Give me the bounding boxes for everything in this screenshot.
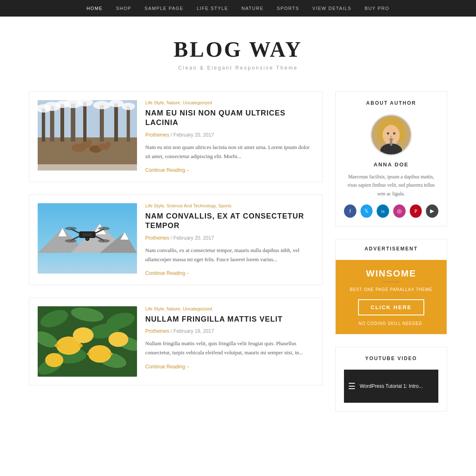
article-categories: Life Style, Science And Technology, Spor… (145, 203, 314, 208)
author-avatar (370, 114, 412, 156)
svg-rect-2 (42, 108, 45, 142)
social-icons-group: f 𝕏 in ◎ P ▶ (344, 204, 438, 218)
svg-point-59 (108, 332, 128, 347)
nav-item-nature[interactable]: NATURE (235, 6, 270, 11)
svg-rect-24 (38, 164, 137, 171)
instagram-icon[interactable]: ◎ (393, 204, 406, 218)
pinterest-icon[interactable]: P (410, 204, 422, 218)
author-link[interactable]: Prothemes (145, 235, 169, 241)
svg-point-71 (393, 132, 396, 135)
advertisement-section: ADVERTISEMENT WINSOME BEST ONE PAGE PARA… (335, 239, 447, 334)
svg-rect-8 (114, 103, 118, 142)
svg-point-17 (122, 103, 135, 110)
svg-point-63 (87, 353, 90, 355)
continue-reading-link[interactable]: Continue Reading→ (145, 167, 190, 173)
category-link[interactable]: Uncategorized (183, 100, 212, 105)
article-card: Life Style, Nature, Uncategorized NAM EU… (29, 91, 323, 182)
author-link[interactable]: Prothemes (145, 328, 169, 334)
article-card: Life Style, Nature, Uncategorized NULLAM… (29, 298, 323, 385)
youtube-video-title: WordPress Tutorial 1: Intro... (360, 383, 423, 389)
ad-tagline: BEST ONE PAGE PARALLAX THEME (344, 286, 438, 293)
article-byline: Prothemes / February 20, 2017 (145, 235, 314, 241)
svg-point-41 (98, 239, 110, 243)
content-wrapper: Life Style, Nature, Uncategorized NAM EU… (21, 83, 455, 432)
advertisement-title: ADVERTISEMENT (342, 246, 440, 252)
play-icon: ☰ (348, 381, 356, 391)
svg-point-72 (390, 136, 392, 137)
svg-point-39 (98, 227, 110, 230)
ad-divider (383, 281, 399, 282)
svg-point-20 (86, 140, 92, 146)
ad-click-here-button[interactable]: CLICK HERE (358, 299, 424, 315)
author-bio: Maecenas facilisis, ipsum a dapibus matt… (344, 173, 438, 198)
svg-rect-4 (60, 104, 64, 142)
svg-rect-5 (71, 103, 75, 142)
continue-reading-link[interactable]: Continue Reading→ (145, 364, 190, 370)
site-header: BLOG WAY Clean & Elegant Responsive Them… (0, 17, 476, 83)
main-content: Life Style, Nature, Uncategorized NAM EU… (29, 91, 323, 424)
article-title[interactable]: NAM CONVALLIS, EX AT CONSECTETUR TEMPOR (145, 212, 314, 231)
nav-item-home[interactable]: HOME (80, 6, 109, 11)
category-link[interactable]: Life Style (145, 100, 164, 105)
svg-rect-74 (390, 138, 392, 146)
author-link[interactable]: Prothemes (145, 132, 169, 138)
advertisement-box: WINSOME BEST ONE PAGE PARALLAX THEME CLI… (336, 260, 447, 334)
svg-point-43 (86, 238, 89, 240)
twitter-icon[interactable]: 𝕏 (361, 204, 373, 218)
svg-point-70 (387, 132, 389, 135)
article-card: Life Style, Science And Technology, Spor… (29, 195, 323, 285)
nav-item-sports[interactable]: SPORTS (270, 6, 306, 11)
article-categories: Life Style, Nature, Uncategorized (145, 100, 314, 105)
svg-point-38 (65, 227, 77, 230)
svg-rect-3 (50, 106, 54, 142)
article-content: Life Style, Nature, Uncategorized NAM EU… (145, 100, 314, 173)
article-title[interactable]: NULLAM FRINGILLA MATTIS VELIT (145, 315, 314, 324)
nav-item-life-style[interactable]: LIFE STYLE (190, 6, 235, 11)
svg-rect-7 (100, 105, 104, 142)
svg-point-58 (73, 327, 94, 343)
article-image-drone (38, 203, 137, 274)
svg-point-60 (45, 353, 63, 367)
ad-note: NO CODING SKILL NEEDED. (344, 321, 438, 326)
article-title[interactable]: NAM EU NISI NON QUAM ULTRICES LACINIA (145, 108, 314, 128)
category-link[interactable]: Nature (166, 306, 180, 311)
sidebar: ABOUT AUTHOR (335, 91, 447, 424)
svg-rect-9 (127, 106, 130, 142)
category-link[interactable]: Uncategorized (183, 306, 212, 311)
article-content: Life Style, Nature, Uncategorized NULLAM… (145, 306, 314, 377)
nav-item-view-details[interactable]: VIEW DETAILS (306, 6, 358, 11)
article-date: February 20, 2017 (173, 235, 214, 241)
article-categories: Life Style, Nature, Uncategorized (145, 306, 314, 311)
facebook-icon[interactable]: f (344, 204, 356, 218)
nav-item-buy-pro[interactable]: BUY PRO (358, 6, 396, 11)
nav-item-sample-page[interactable]: SAMPLE PAGE (138, 6, 190, 11)
category-link[interactable]: Sports (218, 203, 231, 208)
category-link[interactable]: Life Style (145, 203, 164, 208)
svg-rect-33 (82, 233, 92, 236)
linkedin-icon[interactable]: in (377, 204, 389, 218)
article-image-lemon (38, 306, 137, 377)
category-link[interactable]: Science And Technology (166, 203, 216, 208)
continue-reading-link[interactable]: Continue Reading→ (145, 270, 190, 276)
svg-rect-6 (83, 102, 87, 142)
author-name: ANNA DOE (344, 161, 438, 168)
svg-point-40 (65, 239, 77, 243)
about-author-title: ABOUT AUTHOR (344, 100, 438, 106)
category-link[interactable]: Life Style (145, 306, 164, 311)
article-excerpt: Nullam fringilla mattis velit, quis frin… (145, 339, 314, 357)
article-byline: Prothemes / February 18, 2017 (145, 328, 314, 334)
site-title: BLOG WAY (8, 37, 468, 62)
svg-point-61 (55, 344, 59, 347)
article-excerpt: Nam eu nisi non quam ultrices lacinia no… (145, 143, 314, 161)
svg-point-57 (89, 346, 111, 362)
youtube-thumbnail[interactable]: ☰ WordPress Tutorial 1: Intro... (344, 370, 438, 403)
svg-point-62 (79, 344, 83, 347)
category-link[interactable]: Nature (166, 100, 180, 105)
article-excerpt: Nam convallis, ex at consectetur tempor,… (145, 246, 314, 264)
youtube-play-icon[interactable]: ▶ (426, 204, 438, 218)
article-date: February 20, 2017 (173, 132, 214, 138)
article-image-deer (38, 100, 137, 171)
article-byline: Prothemes / February 20, 2017 (145, 132, 314, 138)
nav-item-shop[interactable]: SHOP (109, 6, 138, 11)
youtube-section-title: YOUTUBE VIDEO (344, 356, 438, 361)
